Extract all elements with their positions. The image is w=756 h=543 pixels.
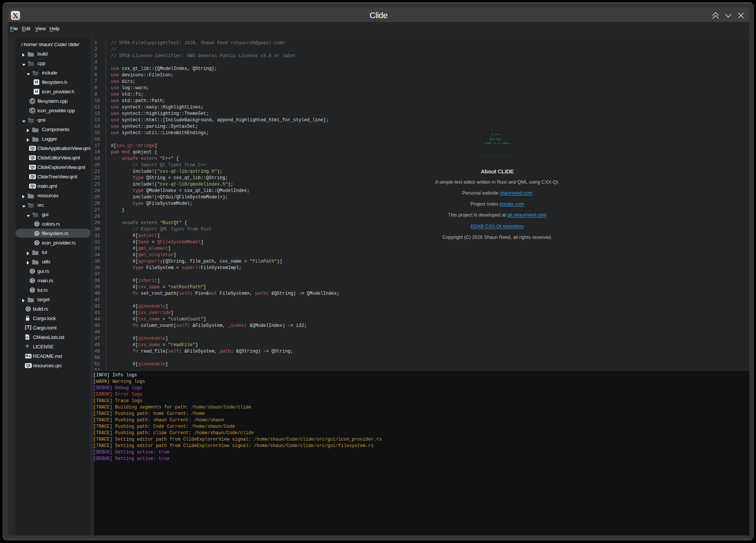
svg-text:R: R: [27, 307, 29, 311]
svg-text:R: R: [36, 241, 38, 245]
svg-text:R: R: [36, 231, 38, 235]
svg-text:R: R: [36, 222, 38, 226]
svg-text:C: C: [31, 108, 34, 113]
svg-text:R: R: [31, 278, 34, 283]
svg-text:R: R: [31, 288, 34, 292]
svg-text:R: R: [31, 269, 34, 273]
svg-text:C: C: [31, 99, 34, 103]
